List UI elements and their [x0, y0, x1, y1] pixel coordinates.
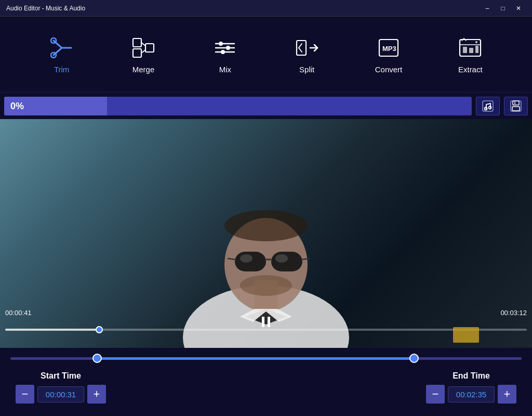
merge-label: Merge	[132, 65, 155, 74]
mix-icon	[212, 35, 238, 61]
svg-point-11	[219, 42, 223, 46]
end-time-group: End Time − 00:02:35 +	[426, 371, 516, 404]
time-controls: Start Time − 00:00:31 + End Time − 00:02…	[5, 371, 527, 404]
start-time-display: 00:00:31	[37, 386, 84, 402]
convert-label: Convert	[375, 65, 403, 74]
track-marker	[453, 327, 479, 343]
waveform-progress	[5, 329, 99, 331]
trim-label: Trim	[54, 65, 69, 74]
mix-label: Mix	[219, 65, 231, 74]
svg-point-13	[221, 50, 225, 54]
svg-text:MP3: MP3	[382, 45, 396, 53]
range-handle-left[interactable]	[92, 354, 102, 363]
end-time-increase[interactable]: +	[498, 385, 516, 404]
end-time-display: 00:02:35	[448, 386, 495, 402]
svg-line-7	[141, 50, 145, 53]
merge-icon	[130, 35, 156, 61]
trim-controls: Start Time − 00:00:31 + End Time − 00:02…	[0, 348, 532, 416]
svg-rect-24	[475, 46, 478, 53]
svg-rect-22	[463, 47, 467, 53]
music-note-icon	[482, 100, 494, 112]
svg-rect-14	[297, 41, 306, 55]
progress-bar: 0%	[4, 97, 472, 115]
svg-point-28	[489, 106, 491, 109]
video-area: 00:00:41 00:03:12	[0, 119, 532, 348]
svg-point-41	[240, 254, 252, 263]
close-button[interactable]: ✕	[511, 3, 526, 14]
svg-line-6	[141, 43, 145, 46]
tool-extract[interactable]: Extract	[444, 35, 496, 74]
split-label: Split	[299, 65, 314, 74]
tool-merge[interactable]: Merge	[117, 35, 169, 74]
app-title: Audio Editor - Music & Audio	[6, 5, 85, 12]
svg-rect-23	[469, 48, 473, 53]
waveform-track[interactable]	[5, 329, 527, 331]
tool-convert[interactable]: MP3 Convert	[363, 35, 415, 74]
start-time-group: Start Time − 00:00:31 +	[16, 371, 106, 404]
time-left: 00:00:41	[5, 309, 32, 317]
svg-rect-4	[133, 49, 141, 57]
start-time-label: Start Time	[41, 371, 81, 381]
start-time-decrease[interactable]: −	[16, 385, 34, 404]
svg-line-17	[299, 48, 302, 52]
range-fill	[97, 357, 414, 360]
svg-line-16	[299, 44, 302, 48]
svg-point-43	[224, 210, 308, 241]
extract-icon	[457, 35, 483, 61]
progress-text: 0%	[10, 100, 24, 111]
window-controls: – □ ✕	[480, 3, 526, 14]
minimize-button[interactable]: –	[480, 3, 495, 14]
tool-mix[interactable]: Mix	[199, 35, 251, 74]
convert-icon: MP3	[376, 35, 402, 61]
toolbar: Trim Merge Mix	[0, 17, 532, 92]
playhead-thumb[interactable]	[96, 326, 103, 333]
svg-point-44	[240, 275, 292, 296]
range-track-area[interactable]	[5, 348, 527, 369]
svg-rect-26	[483, 101, 493, 111]
svg-point-27	[485, 107, 487, 110]
tool-split[interactable]: Split	[281, 35, 333, 74]
svg-point-12	[226, 46, 230, 50]
save-icon	[510, 100, 522, 112]
svg-rect-5	[145, 44, 154, 52]
video-content	[167, 119, 365, 348]
tool-trim[interactable]: Trim	[36, 35, 88, 74]
svg-rect-3	[133, 38, 141, 47]
title-bar: Audio Editor - Music & Audio – □ ✕	[0, 0, 532, 17]
playhead-area[interactable]	[0, 322, 532, 337]
progress-area: 0%	[0, 92, 532, 119]
end-time-label: End Time	[453, 371, 490, 381]
range-handle-right[interactable]	[409, 354, 419, 363]
start-time-increase[interactable]: +	[87, 385, 106, 404]
svg-rect-30	[513, 101, 519, 105]
trim-icon	[49, 35, 75, 61]
maximize-button[interactable]: □	[496, 3, 510, 14]
svg-rect-37	[271, 252, 302, 271]
start-time-adjuster: − 00:00:31 +	[16, 385, 106, 404]
svg-rect-36	[235, 252, 266, 271]
svg-rect-31	[512, 107, 520, 111]
time-right: 00:03:12	[500, 309, 527, 317]
split-icon	[294, 35, 320, 61]
add-audio-button[interactable]	[476, 97, 500, 115]
svg-point-25	[475, 41, 477, 43]
range-track[interactable]	[10, 357, 522, 360]
end-time-decrease[interactable]: −	[426, 385, 445, 404]
svg-point-42	[275, 254, 288, 263]
save-button[interactable]	[504, 97, 528, 115]
extract-label: Extract	[458, 65, 483, 74]
end-time-adjuster: − 00:02:35 +	[426, 385, 516, 404]
